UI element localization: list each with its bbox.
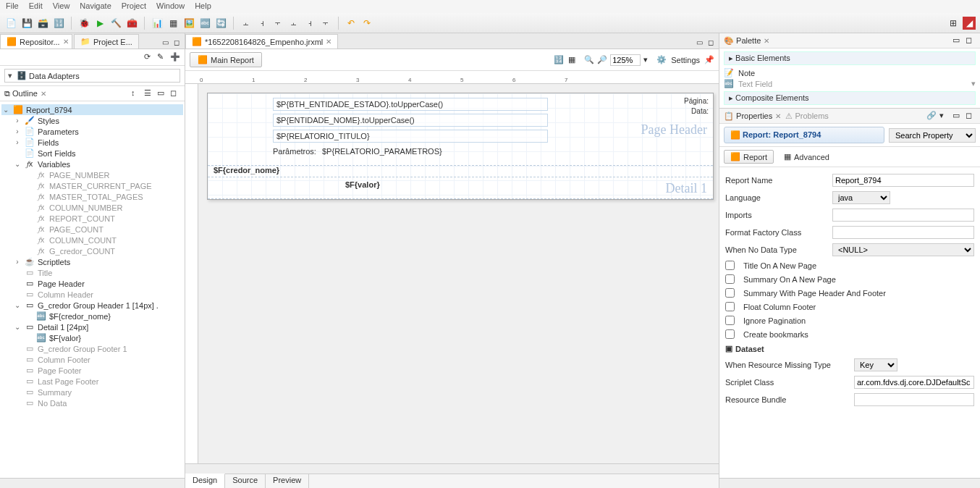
tree-icon[interactable]: ☰ — [144, 88, 154, 98]
refresh-icon[interactable]: ⟳ — [144, 52, 154, 62]
menu-help[interactable]: Help — [195, 1, 211, 12]
tree-item[interactable]: ▭No Data — [1, 397, 183, 408]
tree-item[interactable]: ⌄𝑓xVariables — [1, 159, 183, 169]
undo-icon[interactable]: ↶ — [345, 17, 358, 30]
tree-item[interactable]: ▭Page Header — [1, 278, 183, 289]
dataset-section[interactable]: ▣Dataset — [725, 341, 974, 356]
project-explorer-tab[interactable]: 📁 Project E... — [74, 34, 139, 49]
language-select[interactable]: java — [832, 191, 890, 204]
group-header-band[interactable]: $F{credor_nome} — [208, 166, 713, 177]
imports-input[interactable] — [832, 209, 974, 222]
align-middle-icon[interactable]: ⫞ — [303, 17, 316, 30]
palette-item-note[interactable]: 📝 Note — [724, 67, 976, 78]
field-valor[interactable]: $F{valor} — [345, 180, 380, 189]
max-icon[interactable]: ◻ — [170, 88, 180, 98]
close-icon[interactable]: ✕ — [326, 38, 331, 46]
missing-type-select[interactable]: Key — [854, 358, 897, 371]
expand-icon[interactable]: › — [13, 138, 22, 146]
page-header-band[interactable]: Page Header Página: Data: $P{BTH_ENTIDAD… — [208, 93, 713, 166]
scrollbar-h[interactable] — [0, 478, 185, 488]
maximize-icon[interactable]: ◻ — [172, 38, 182, 49]
tree-item[interactable]: ›📄Fields — [1, 137, 183, 148]
ignore-pagination-check[interactable] — [725, 316, 735, 325]
create-bookmarks-check[interactable] — [725, 329, 735, 339]
maximize-icon[interactable]: ◻ — [706, 38, 716, 49]
align-top-icon[interactable]: ⫠ — [287, 17, 300, 30]
edit-icon[interactable]: ✎ — [157, 52, 167, 62]
tree-item[interactable]: ›📄Parameters — [1, 126, 183, 137]
tree-item[interactable]: ›🖌️Styles — [1, 115, 183, 126]
tree-item[interactable]: 𝑓xPAGE_NUMBER — [1, 169, 183, 180]
pin-icon[interactable]: 📌 — [704, 55, 714, 64]
tree-item[interactable]: ▭Column Footer — [1, 354, 183, 365]
field-relatorio-titulo[interactable]: $P{RELATORIO_TITULO} — [273, 130, 548, 143]
min-icon[interactable]: ▭ — [952, 35, 963, 46]
align-bottom-icon[interactable]: ⫟ — [319, 17, 332, 30]
run-icon[interactable]: ▶ — [93, 17, 106, 30]
close-icon[interactable]: ✕ — [775, 112, 781, 120]
scriptlet-input[interactable] — [854, 376, 974, 389]
close-icon[interactable]: ✕ — [63, 38, 69, 46]
minimize-icon[interactable]: ▭ — [694, 38, 704, 49]
field-parametros[interactable]: $P{RELATORIO_PARAMETROS} — [322, 147, 442, 156]
print-icon[interactable]: 🔢 — [52, 17, 65, 30]
align-center-icon[interactable]: ⫞ — [255, 17, 269, 30]
tree-item[interactable]: ⌄▭G_credor Group Header 1 [14px] . — [1, 300, 183, 311]
zoom-dropdown-icon[interactable]: ▾ — [643, 55, 648, 64]
saveall-icon[interactable]: 🗃️ — [36, 17, 49, 30]
tree-item[interactable]: 𝑓xCOLUMN_NUMBER — [1, 202, 183, 213]
tree-item[interactable]: 🔤$F{valor} — [1, 332, 183, 343]
menu-view[interactable]: View — [53, 1, 70, 12]
composite-elements-group[interactable]: ▸ Composite Elements — [724, 91, 976, 105]
search-property-combo[interactable]: Search Property — [889, 128, 976, 143]
chart-icon[interactable]: 📊 — [151, 17, 164, 30]
tree-item[interactable]: ▭Last Page Footer — [1, 376, 183, 387]
debug-icon[interactable]: 🐞 — [77, 17, 90, 30]
report-name-input[interactable] — [832, 174, 974, 187]
min-icon[interactable]: ▭ — [952, 111, 963, 121]
repository-tab[interactable]: 🟧 Repositor... ✕ — [0, 34, 72, 49]
tab-source[interactable]: Source — [225, 474, 266, 488]
field-credor[interactable]: $F{credor_nome} — [214, 166, 279, 174]
tree-item[interactable]: 𝑓xMASTER_CURRENT_PAGE — [1, 180, 183, 191]
menu-project[interactable]: Project — [122, 1, 146, 12]
tree-item[interactable]: ▭G_credor Group Footer 1 — [1, 343, 183, 354]
tree-item[interactable]: 𝑓xREPORT_COUNT — [1, 213, 183, 224]
summary-header-footer-check[interactable] — [725, 288, 735, 298]
collapse-icon[interactable]: ▣ — [725, 344, 732, 353]
props-scrollbar[interactable] — [719, 478, 980, 488]
tree-item[interactable]: 🔤$F{credor_nome} — [1, 311, 183, 321]
max-icon[interactable]: ◻ — [966, 35, 976, 46]
float-column-footer-check[interactable] — [725, 302, 735, 311]
tree-item[interactable]: ▭Page Footer — [1, 365, 183, 376]
tree-root[interactable]: ⌄ 🟧 Report_8794 — [1, 104, 183, 115]
expand-icon[interactable]: ⌄ — [13, 323, 22, 331]
settings-icon[interactable]: ⚙️ — [656, 55, 667, 64]
expand-icon[interactable]: ⌄ — [13, 301, 22, 309]
tree-item[interactable]: 𝑓xPAGE_COUNT — [1, 224, 183, 235]
tree-item[interactable]: ▭Title — [1, 267, 183, 278]
mode-report[interactable]: 🟧 Report — [724, 150, 774, 164]
tab-preview[interactable]: Preview — [266, 474, 309, 488]
toggle-icon[interactable]: 🔢 — [554, 55, 564, 64]
zoom-out-icon[interactable]: 🔍 — [584, 55, 594, 64]
palette-item-textfield[interactable]: 🔤 Text Field ▾ — [724, 78, 976, 89]
tree-item[interactable]: 𝑓xCOLUMN_COUNT — [1, 235, 183, 245]
max-icon[interactable]: ◻ — [966, 111, 976, 121]
link-icon[interactable]: 🔗 — [926, 111, 937, 121]
add-icon[interactable]: ➕ — [170, 52, 180, 62]
detail-band[interactable]: Detail 1 $F{valor} — [208, 177, 713, 199]
text-icon[interactable]: 🔤 — [198, 17, 211, 30]
align-left-icon[interactable]: ⫠ — [240, 17, 253, 30]
image-icon[interactable]: 🖼️ — [182, 17, 195, 30]
menu-navigate[interactable]: Navigate — [80, 1, 111, 12]
expand-icon[interactable]: › — [13, 258, 22, 266]
new-icon[interactable]: 📄 — [4, 17, 17, 30]
design-canvas[interactable]: 012 345 67 Page Header Página: Data: $P{… — [185, 71, 719, 463]
minimize-icon[interactable]: ▭ — [160, 38, 170, 49]
format-factory-input[interactable] — [832, 226, 974, 239]
zoom-in-icon[interactable]: 🔎 — [597, 55, 607, 64]
tree-item[interactable]: ⌄▭Detail 1 [24px] — [1, 321, 183, 332]
menu-edit[interactable]: Edit — [29, 1, 43, 12]
expand-icon[interactable]: › — [13, 127, 22, 135]
